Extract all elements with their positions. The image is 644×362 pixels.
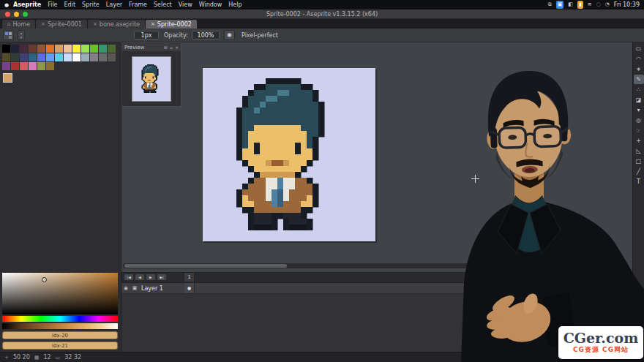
- menu-item-layer[interactable]: Layer: [106, 0, 122, 10]
- timeline-nav-button[interactable]: ▶|: [157, 274, 167, 281]
- palette-swatch[interactable]: [64, 45, 72, 53]
- tab-home[interactable]: ⌂Home: [2, 20, 35, 29]
- palette-swatch[interactable]: [55, 45, 63, 53]
- palette-swatch[interactable]: [11, 45, 19, 53]
- menu-item-edit[interactable]: Edit: [64, 0, 76, 10]
- palette-swatch[interactable]: [90, 45, 98, 53]
- color-marker[interactable]: [42, 277, 47, 282]
- display-icon[interactable]: ⧉: [548, 1, 552, 9]
- tool-slice[interactable]: ◺: [634, 146, 644, 156]
- home-icon[interactable]: ⌂: [7, 21, 10, 27]
- scrollbar-thumb[interactable]: [124, 264, 287, 268]
- opacity-field[interactable]: 100%: [192, 31, 220, 39]
- palette-swatch[interactable]: [37, 53, 45, 61]
- palette-swatch[interactable]: [37, 45, 45, 53]
- foreground-color-swatch[interactable]: [3, 73, 12, 83]
- preview-button[interactable]: ▫: [170, 45, 173, 50]
- tab-sprite-0002[interactable]: ×Sprite-0002: [146, 20, 197, 29]
- timeline-nav-button[interactable]: ◀: [135, 274, 145, 281]
- menu-item-help[interactable]: Help: [228, 0, 242, 10]
- palette-swatch[interactable]: [108, 45, 116, 53]
- tool-line[interactable]: ╱: [634, 167, 644, 176]
- palette-swatch[interactable]: [37, 62, 45, 70]
- palette-swatch[interactable]: [99, 53, 107, 61]
- palette-swatch[interactable]: [20, 45, 28, 53]
- menu-item-aseprite[interactable]: Aseprite: [13, 0, 41, 10]
- palette-swatch[interactable]: [81, 45, 89, 53]
- window-titlebar[interactable]: Sprite-0002 - Aseprite v1.3.15.2 (x64): [0, 10, 644, 19]
- palette-swatch[interactable]: [29, 62, 37, 70]
- apple-menu-icon[interactable]: ●: [4, 2, 9, 8]
- layer-lock-icon[interactable]: ▣: [130, 285, 139, 291]
- palette-swatch[interactable]: [2, 53, 10, 61]
- preview-header[interactable]: Preview ⊞▫×: [122, 43, 181, 51]
- bg-color-bar[interactable]: Idx-21: [2, 342, 118, 350]
- control-center-icon[interactable]: ◔: [605, 1, 610, 9]
- brush-size-field[interactable]: 1px: [134, 31, 159, 39]
- input-method-icon[interactable]: ◧: [568, 1, 573, 9]
- tab-sprite-0001[interactable]: ×Sprite-0001: [36, 20, 87, 29]
- palette-swatch[interactable]: [11, 53, 19, 61]
- menu-item-select[interactable]: Select: [154, 0, 172, 10]
- close-window-button[interactable]: [5, 12, 10, 17]
- timeline-nav-button[interactable]: |◀: [124, 274, 134, 281]
- saturation-value-box[interactable]: [2, 273, 118, 314]
- palette-swatch[interactable]: [2, 45, 10, 53]
- cel-indicator[interactable]: ●: [184, 283, 195, 293]
- hue-slider[interactable]: [2, 316, 118, 322]
- shade-strip[interactable]: [2, 323, 118, 329]
- layer-name[interactable]: Layer 1: [141, 285, 163, 292]
- spin-down-icon[interactable]: ▾: [18, 35, 24, 39]
- palette-swatch[interactable]: [64, 53, 72, 61]
- palette-swatch[interactable]: [99, 45, 107, 53]
- frame-number-cell[interactable]: 1: [184, 273, 195, 282]
- palette-swatch[interactable]: [29, 53, 37, 61]
- palette-swatch[interactable]: [72, 53, 80, 61]
- wifi-icon[interactable]: ≋: [588, 1, 592, 9]
- palette-swatch[interactable]: [46, 45, 54, 53]
- menu-item-frame[interactable]: Frame: [129, 0, 147, 10]
- tool-spray[interactable]: ∴: [634, 85, 644, 94]
- tool-pencil[interactable]: ✎: [634, 75, 644, 84]
- tool-rectangle[interactable]: □: [634, 157, 644, 166]
- tool-hand[interactable]: ☞: [634, 126, 644, 135]
- palette-swatch[interactable]: [90, 53, 98, 61]
- tool-magic-wand[interactable]: ∗: [634, 64, 644, 74]
- battery-icon[interactable]: ▮: [577, 1, 583, 9]
- search-icon[interactable]: ◌: [596, 1, 601, 9]
- palette-swatch[interactable]: [108, 53, 116, 61]
- tool-text[interactable]: T: [634, 177, 644, 186]
- tool-eyedropper[interactable]: ▾: [634, 105, 644, 115]
- tool-eraser[interactable]: ◪: [634, 95, 644, 105]
- preview-button[interactable]: ×: [175, 45, 179, 50]
- horizontal-scrollbar[interactable]: [123, 263, 619, 268]
- recording-icon[interactable]: ▣: [556, 1, 564, 9]
- palette-swatch[interactable]: [2, 62, 10, 70]
- palette-swatch[interactable]: [11, 62, 19, 70]
- zoom-window-button[interactable]: [23, 12, 28, 17]
- tab-close-icon[interactable]: ×: [151, 21, 155, 27]
- tool-lasso[interactable]: ◠: [634, 54, 644, 64]
- palette-swatch[interactable]: [72, 45, 80, 53]
- menu-item-window[interactable]: Window: [199, 0, 222, 10]
- editor-area[interactable]: Preview ⊞▫× |◀◀▶▶| 1 ◉ ▣ Layer 1 ●: [121, 42, 644, 352]
- palette-swatch[interactable]: [46, 53, 54, 61]
- tab-close-icon[interactable]: ×: [41, 21, 45, 27]
- sprite-canvas[interactable]: [203, 68, 375, 241]
- palette-toggle-button[interactable]: [3, 30, 14, 40]
- palette-swatch[interactable]: [29, 45, 37, 53]
- menu-item-view[interactable]: View: [179, 0, 192, 10]
- palette-swatch[interactable]: [20, 53, 28, 61]
- fg-color-bar[interactable]: Idx-20: [2, 331, 118, 339]
- tab-bone-aseprite[interactable]: ×bone.aseprite: [88, 20, 145, 29]
- layer-visibility-icon[interactable]: ◉: [121, 285, 130, 291]
- menu-item-file[interactable]: File: [48, 0, 57, 10]
- tool-move[interactable]: +: [634, 136, 644, 146]
- preview-button[interactable]: ⊞: [164, 45, 168, 50]
- palette-swatch[interactable]: [46, 62, 54, 70]
- palette-swatch[interactable]: [55, 53, 63, 61]
- palette-swatch[interactable]: [81, 53, 89, 61]
- tool-marquee[interactable]: ▭: [634, 44, 644, 53]
- layer-row[interactable]: ◉ ▣ Layer 1 ●: [121, 283, 632, 294]
- minimize-window-button[interactable]: [14, 12, 19, 17]
